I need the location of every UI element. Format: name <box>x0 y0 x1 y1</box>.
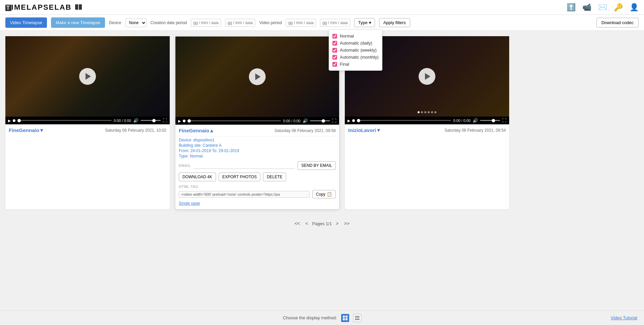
display-label: Choose the display method: <box>283 315 337 320</box>
export-photos-button[interactable]: EXPORT PHOTOS <box>219 173 261 181</box>
type-info: Type: Normal <box>179 154 336 158</box>
email-input[interactable] <box>194 162 295 169</box>
email-icon[interactable]: ✉️ <box>598 3 607 12</box>
play-button-3[interactable] <box>419 68 435 85</box>
type-dropdown: Normal Automatic (daily) Automatic (week… <box>329 29 382 71</box>
card-title-bar-3: InizioLavori▼ Saturday 06 February 2021,… <box>345 124 509 136</box>
html-tag-row: <video width='600' preload='none' contro… <box>179 190 336 198</box>
header-icons: ⬆️ 📹 ✉️ 🔑 👤 <box>567 3 639 12</box>
progress-dot-3 <box>352 119 355 122</box>
play-pause-btn-2[interactable] <box>178 119 181 123</box>
export-icon[interactable]: ⬆️ <box>567 3 576 12</box>
svg-rect-2 <box>343 318 345 320</box>
time-slider-3[interactable] <box>357 120 451 121</box>
card-title-2[interactable]: FineGennaio▲ <box>179 128 214 133</box>
dropdown-label-monthly: Automatic (monthly) <box>340 55 379 60</box>
download-codec-button[interactable]: Download codec <box>596 18 639 27</box>
video-controls-3: 0:00 / 0:00 🔊 ⛶ <box>345 117 509 124</box>
download-4k-button[interactable]: DOWNLOAD 4K <box>179 173 216 181</box>
svg-rect-1 <box>345 316 347 318</box>
svg-rect-3 <box>345 318 347 320</box>
apply-filters-button[interactable]: Apply filters <box>379 18 410 27</box>
copy-icon: 📋 <box>327 192 332 197</box>
card-title-1[interactable]: FineGennaio▼ <box>9 127 44 133</box>
play-button-2[interactable] <box>249 68 266 85</box>
dropdown-item-weekly[interactable]: Automatic (weekly) <box>332 47 379 54</box>
checkbox-monthly[interactable] <box>332 55 337 60</box>
bottom-bar: Choose the display method: Video Tutoria… <box>0 310 644 325</box>
video-period-from[interactable] <box>286 19 316 27</box>
video-card-1: 0:00 / 0:00 🔊 ⛶ FineGennaio▼ Saturday 06… <box>5 36 170 209</box>
first-page-button[interactable]: << <box>293 220 301 227</box>
make-new-timelapse-button[interactable]: Make a new Timelapse <box>51 17 105 28</box>
fullscreen-btn-3[interactable]: ⛶ <box>502 118 506 123</box>
next-page-button[interactable]: > <box>334 220 340 227</box>
email-section: EMAIL SEND BY EMAIL <box>179 161 336 170</box>
pagination: << < Pages 1/1 > >> <box>0 215 644 232</box>
toolbar: Video Timelapse Make a new Timelapse Dev… <box>0 15 644 31</box>
key-icon[interactable]: 🔑 <box>614 3 623 12</box>
fullscreen-btn-2[interactable]: ⛶ <box>332 118 336 123</box>
dropdown-item-final[interactable]: Final <box>332 61 379 68</box>
creation-date-from[interactable] <box>191 19 221 27</box>
time-slider-2[interactable] <box>187 120 281 121</box>
play-pause-btn-3[interactable] <box>347 118 350 123</box>
dot-6 <box>434 111 436 113</box>
card-date-1: Saturday 06 February 2021, 10:02 <box>105 128 166 133</box>
page-info: Pages 1/1 <box>312 221 332 226</box>
last-page-button[interactable]: >> <box>342 220 351 227</box>
logo: TIMELAPSELAB <box>5 3 82 12</box>
send-email-button[interactable]: SEND BY EMAIL <box>298 161 336 170</box>
time-display-2: 0:00 / 0:00 <box>283 119 301 123</box>
card-title-bar-2: FineGennaio▲ Saturday 06 February 2021, … <box>175 125 339 136</box>
grid-view-button[interactable] <box>341 314 349 322</box>
logo-text: TIMELAPSELAB <box>5 3 82 12</box>
video-period-to[interactable] <box>320 19 350 27</box>
list-view-button[interactable] <box>353 314 361 322</box>
video-period-label: Video period <box>259 20 282 25</box>
dropdown-item-monthly[interactable]: Automatic (monthly) <box>332 54 379 61</box>
prev-page-button[interactable]: < <box>304 220 310 227</box>
checkbox-normal[interactable] <box>332 34 337 39</box>
checkbox-weekly[interactable] <box>332 48 337 53</box>
volume-slider-3[interactable] <box>480 120 500 121</box>
video-timelapse-button[interactable]: Video Timelapse <box>5 17 47 28</box>
video-controls-2: 0:00 / 0:00 🔊 ⛶ <box>175 117 339 125</box>
svg-rect-5 <box>355 318 360 318</box>
type-button[interactable]: Type ▾ <box>354 18 375 27</box>
dropdown-item-normal[interactable]: Normal <box>332 32 379 40</box>
dot-3 <box>424 111 426 113</box>
html-tag-value: <video width='600' preload='none' contro… <box>179 191 310 198</box>
volume-slider-1[interactable] <box>141 120 161 121</box>
checkbox-daily[interactable] <box>332 41 337 46</box>
volume-icon-3: 🔊 <box>473 118 478 123</box>
video-tutorial-link[interactable]: Video Tutorial <box>611 315 637 320</box>
html-tag-label: HTML TAG <box>179 185 336 189</box>
play-button-1[interactable] <box>79 68 96 85</box>
dropdown-item-daily[interactable]: Automatic (daily) <box>332 40 379 47</box>
fullscreen-btn-1[interactable]: ⛶ <box>163 118 167 123</box>
volume-slider-2[interactable] <box>310 120 330 121</box>
single-page-link[interactable]: Single page <box>179 201 336 206</box>
play-pause-btn-1[interactable] <box>8 118 11 123</box>
card-title-3[interactable]: InizioLavori▼ <box>348 127 381 133</box>
delete-button[interactable]: DELETE <box>263 173 286 181</box>
type-label: Type <box>358 20 367 25</box>
progress-dot-2 <box>183 120 185 122</box>
time-display-1: 0:00 / 0:00 <box>114 119 131 123</box>
time-slider-1[interactable] <box>17 120 112 121</box>
device-select[interactable]: None <box>125 18 147 27</box>
creation-date-to[interactable] <box>225 19 255 27</box>
svg-rect-4 <box>355 316 360 317</box>
device-label: Device <box>109 20 121 25</box>
volume-icon-2: 🔊 <box>303 118 308 123</box>
copy-button[interactable]: Copy 📋 <box>312 190 336 198</box>
dropdown-label-final: Final <box>340 62 349 67</box>
user-icon[interactable]: 👤 <box>630 3 639 12</box>
checkbox-final[interactable] <box>332 62 337 67</box>
card-date-2: Saturday 06 February 2021, 09:58 <box>274 128 336 133</box>
device-info: Device: dispositivo1 <box>179 138 336 142</box>
video-player-1 <box>5 36 170 117</box>
svg-rect-0 <box>343 316 345 318</box>
camera-icon[interactable]: 📹 <box>582 3 591 12</box>
